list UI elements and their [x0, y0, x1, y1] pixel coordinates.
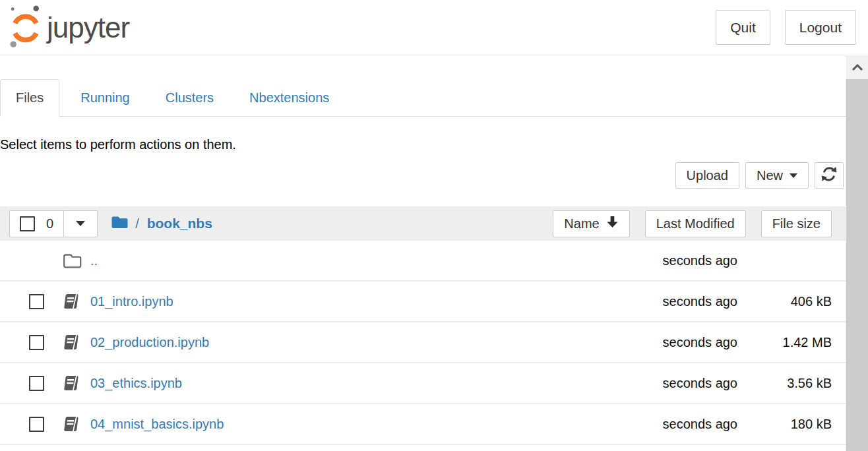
notebook-link[interactable]: 01_intro.ipynb [90, 294, 173, 309]
vertical-scrollbar [846, 56, 868, 451]
toolbar: Upload New [0, 162, 846, 189]
table-row: 03_ethics.ipynb seconds ago 3.56 kB [0, 363, 846, 404]
folder-icon [111, 214, 129, 233]
last-modified-value: seconds ago [625, 294, 737, 309]
caret-down-icon [76, 221, 85, 226]
file-list: 0 / book_nbs Name [0, 206, 846, 445]
refresh-button[interactable] [815, 162, 844, 189]
notebook-link[interactable]: 04_mnist_basics.ipynb [90, 417, 224, 432]
file-size-value: 406 kB [737, 294, 832, 309]
sort-name-label: Name [564, 216, 599, 231]
file-size-value: 180 kB [737, 417, 832, 432]
select-all-checkbox[interactable] [20, 216, 35, 231]
row-checkbox[interactable] [29, 376, 44, 391]
jupyter-logo[interactable]: jupyter [5, 4, 129, 51]
sort-last-modified-label: Last Modified [656, 216, 735, 231]
main-content: Files Running Clusters Nbextensions Sele… [0, 79, 846, 445]
new-dropdown-button[interactable]: New [745, 162, 809, 189]
last-modified-value: seconds ago [625, 376, 737, 391]
table-row: 02_production.ipynb seconds ago 1.42 MB [0, 322, 846, 363]
folder-outline-icon [63, 253, 82, 269]
row-checkbox[interactable] [29, 294, 44, 309]
page-header: jupyter Quit Logout [0, 0, 868, 55]
select-items-notice: Select items to perform actions on them. [0, 137, 846, 152]
notebook-icon [63, 293, 82, 310]
notebook-icon [63, 375, 82, 392]
last-modified-value: seconds ago [625, 335, 737, 350]
sort-file-size-button[interactable]: File size [761, 210, 832, 237]
caret-down-icon [790, 173, 797, 178]
scrollbar-up-button[interactable] [846, 56, 868, 79]
refresh-icon [821, 165, 838, 186]
select-all-button[interactable]: 0 [9, 210, 64, 237]
notebook-icon [63, 334, 82, 351]
tab-clusters[interactable]: Clusters [151, 80, 228, 116]
select-dropdown-toggle[interactable] [63, 210, 98, 237]
notebook-link[interactable]: 03_ethics.ipynb [90, 376, 182, 391]
jupyter-logo-icon [5, 4, 44, 51]
scrollbar-thumb[interactable] [846, 79, 868, 451]
table-row-parent-folder: .. seconds ago [0, 241, 846, 282]
sort-file-size-label: File size [772, 216, 821, 231]
table-row: 04_mnist_basics.ipynb seconds ago 180 kB [0, 404, 846, 445]
arrow-down-icon [606, 215, 619, 232]
breadcrumb-root-link[interactable]: / [135, 216, 139, 231]
logout-button[interactable]: Logout [785, 10, 856, 45]
file-size-value: 1.42 MB [737, 335, 832, 350]
file-list-header: 0 / book_nbs Name [0, 206, 846, 241]
tab-files[interactable]: Files [0, 79, 59, 117]
tab-nbextensions[interactable]: Nbextensions [235, 80, 344, 116]
selected-count: 0 [46, 216, 53, 231]
sort-last-modified-button[interactable]: Last Modified [645, 210, 746, 237]
new-button-label: New [757, 168, 783, 183]
tab-running[interactable]: Running [66, 80, 144, 116]
row-checkbox[interactable] [29, 335, 44, 350]
parent-folder-link[interactable]: .. [90, 253, 98, 268]
notebook-icon [63, 415, 82, 433]
notebook-link[interactable]: 02_production.ipynb [90, 335, 209, 350]
last-modified-value: seconds ago [625, 417, 737, 432]
sort-name-button[interactable]: Name [553, 210, 629, 237]
upload-button-label: Upload [687, 168, 728, 183]
chevron-up-icon [851, 62, 864, 74]
tab-bar: Files Running Clusters Nbextensions [0, 79, 846, 117]
table-row: 01_intro.ipynb seconds ago 406 kB [0, 282, 846, 322]
brand-title: jupyter [47, 11, 129, 44]
last-modified-value: seconds ago [625, 253, 737, 268]
file-size-value: 3.56 kB [737, 376, 832, 391]
breadcrumb-current-folder[interactable]: book_nbs [147, 216, 212, 231]
row-checkbox[interactable] [29, 417, 44, 432]
quit-button[interactable]: Quit [716, 10, 770, 45]
breadcrumb: / book_nbs [111, 214, 212, 233]
upload-button[interactable]: Upload [675, 162, 739, 189]
